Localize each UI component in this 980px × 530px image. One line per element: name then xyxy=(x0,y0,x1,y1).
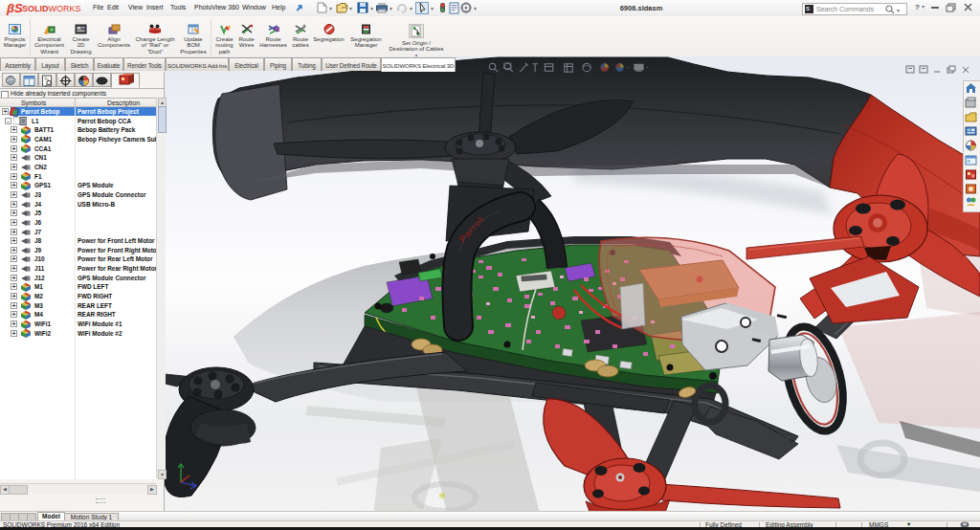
svg-text:▾: ▾ xyxy=(897,8,900,13)
svg-text:▾: ▾ xyxy=(370,6,373,11)
svg-text:·: · xyxy=(646,64,648,71)
svg-text:▾: ▾ xyxy=(431,6,434,11)
svg-text:▾: ▾ xyxy=(329,6,332,11)
svg-text:▾: ▾ xyxy=(474,6,477,11)
svg-text:▾: ▾ xyxy=(410,6,412,11)
svg-text:▾: ▾ xyxy=(349,6,352,11)
svg-text:·: · xyxy=(627,64,629,71)
svg-text:▾: ▾ xyxy=(390,6,392,11)
